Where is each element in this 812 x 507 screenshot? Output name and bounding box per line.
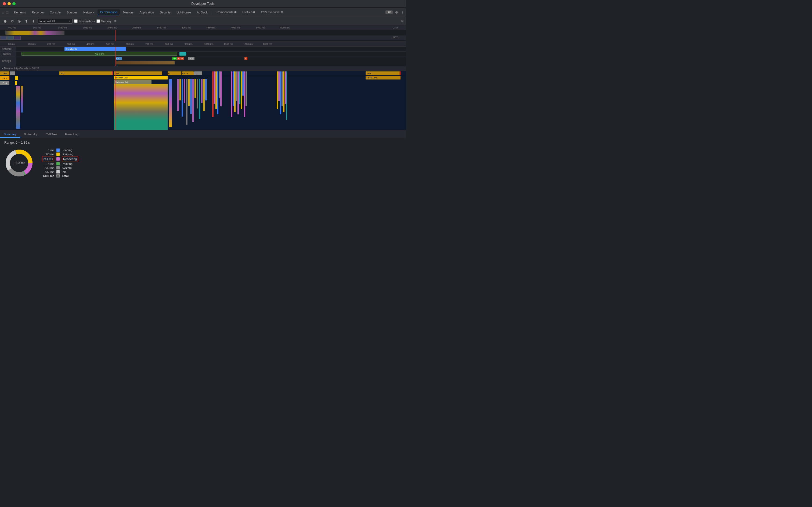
screenshots-checkbox[interactable] (74, 19, 77, 23)
tab-console[interactable]: Console (47, 10, 63, 15)
screenshot-tool-button[interactable]: ⌗ (113, 18, 117, 24)
fcp-label: FCP (177, 57, 184, 60)
tab-memory[interactable]: Memory (120, 10, 137, 15)
f-s-5 (186, 79, 187, 125)
small-yellow-1 (15, 76, 18, 80)
timings-content[interactable]: DCL FP FCP LCP L (16, 56, 406, 66)
stop-button[interactable]: ⊗ (17, 18, 22, 24)
minimap-content[interactable]: NET (0, 30, 406, 41)
f-s-1 (177, 79, 179, 111)
flame-row-1: Task T... Task Task Function Call On ign… (0, 71, 406, 76)
fp-marker: FP (172, 57, 177, 60)
ruler-tick-1: 460 ms (8, 26, 16, 29)
network-content[interactable]: (localhost) (16, 47, 406, 51)
upload-button[interactable]: ⬆ (23, 18, 29, 24)
c9-6 (239, 71, 240, 104)
tab-components[interactable]: Components ✱ (214, 9, 239, 15)
frames-label: Frames (0, 52, 16, 56)
frames-content[interactable]: 762.9 ms (16, 52, 406, 56)
cluster-900 (231, 71, 258, 120)
painting-val: 18 ms (42, 162, 54, 165)
more-options-icon[interactable]: ⋮ (400, 10, 404, 14)
range-label: Range: 0 – 1.39 s (4, 141, 401, 145)
c9-5 (237, 71, 239, 114)
task-right-label: Task (367, 72, 371, 75)
idle-name: Idle (62, 170, 78, 173)
ruler-tick-8: 3960 ms (181, 26, 191, 29)
maximize-button[interactable] (12, 2, 15, 5)
f-s-2 (179, 79, 181, 101)
tab-adblock[interactable]: AdBlock (194, 10, 210, 15)
nav-toolbar: ⏺ ↺ ⊗ ⬆ ⬇ localhost #1 ▾ Screenshots Mem… (0, 17, 406, 25)
f-s-6 (188, 79, 190, 106)
tab-security[interactable]: Security (157, 10, 173, 15)
scripting-dot (56, 153, 60, 156)
frames-duration: 762.9 ms (94, 53, 104, 55)
c9-8 (242, 71, 243, 96)
f-s-12 (201, 79, 203, 103)
function-call-label: Function Call (115, 76, 127, 79)
tab-lighthouse[interactable]: Lighthouse (174, 10, 194, 15)
tab-call-tree[interactable]: Call Tree (42, 131, 61, 138)
timings-track: Timings DCL FP FCP LC (0, 56, 406, 66)
tab-performance[interactable]: Performance (98, 9, 120, 15)
frames-track: Frames 762.9 ms (0, 52, 406, 56)
ruler-tick-6: 2960 ms (132, 26, 142, 29)
toolbar-separator (212, 10, 212, 15)
memory-checkbox-label[interactable]: Memory (97, 19, 111, 23)
tab-application[interactable]: Application (137, 10, 157, 15)
screenshots-checkbox-label[interactable]: Screenshots (74, 19, 95, 23)
flame-stack-l2 (21, 86, 23, 113)
tab-css-overview[interactable]: CSS overview ⊞ (258, 9, 285, 15)
settings-icon[interactable]: ⚙ (395, 10, 398, 14)
donut-center-label: 1393 ms (13, 161, 25, 165)
lcp-label: LCP (188, 57, 195, 60)
c9-9 (244, 71, 245, 117)
recalc-label: Recal...tyle (367, 76, 377, 79)
summary-body: 1393 ms 1 ms Loading 366 ms Scripting 24… (4, 148, 401, 178)
main-section-header[interactable]: ▾ Main — http://localhost:5173/ (0, 66, 406, 71)
flame-stacks-r2 (177, 79, 210, 127)
tracks-area: Network (localhost) Frames 762.9 ms Timi… (0, 47, 406, 66)
system-val: 330 ms (42, 166, 54, 169)
ruler-tick-11: 5460 ms (256, 26, 265, 29)
flame-stack-left (16, 86, 20, 129)
tab-recorder[interactable]: Recorder (29, 10, 47, 15)
tab-network[interactable]: Network (80, 10, 97, 15)
c9-3 (234, 71, 235, 112)
small-yellow-2 (15, 81, 17, 85)
evt-label: Ev..t (3, 77, 7, 79)
c10-6 (285, 71, 286, 104)
error-badge: 501 (385, 10, 393, 14)
tab-bottom-up[interactable]: Bottom-Up (20, 131, 42, 138)
traffic-lights (3, 2, 15, 5)
refresh-button[interactable]: ↺ (10, 18, 15, 24)
f-s-10 (197, 79, 198, 109)
loading-val: 1 ms (42, 149, 54, 152)
system-name: System (62, 166, 78, 169)
rendering-val: 241 ms (42, 157, 54, 161)
cpu-bar (5, 31, 64, 35)
url-display: localhost #1 ▾ (38, 19, 72, 23)
system-dot (56, 166, 60, 169)
total-name: Total (62, 174, 78, 177)
close-button[interactable] (3, 2, 6, 5)
tab-summary[interactable]: Summary (0, 131, 20, 138)
minimap[interactable]: 460 ms 960 ms 1460 ms 1960 ms 2460 ms 29… (0, 25, 406, 41)
main-collapse-icon: ▾ (2, 67, 3, 70)
url-dropdown-icon[interactable]: ▾ (69, 19, 71, 23)
tab-sources[interactable]: Sources (64, 10, 80, 15)
record-button[interactable]: ⏺ (2, 18, 8, 24)
tab-elements[interactable]: Elements (11, 10, 29, 15)
minimize-button[interactable] (7, 2, 11, 5)
recalc-bar: Recal...tyle (366, 76, 400, 79)
download-button[interactable]: ⬇ (31, 18, 36, 24)
tab-event-log[interactable]: Event Log (61, 131, 82, 138)
cluster-1050 (277, 71, 298, 120)
screenshot-row (0, 36, 406, 40)
c9-10 (246, 71, 247, 106)
settings-perf-icon[interactable]: ⚙ (401, 19, 404, 22)
memory-checkbox[interactable] (97, 19, 100, 23)
main-flamechart[interactable]: Task T... Task Task Function Call On ign… (0, 71, 406, 130)
tab-profiler[interactable]: Profiler ✱ (240, 9, 258, 15)
